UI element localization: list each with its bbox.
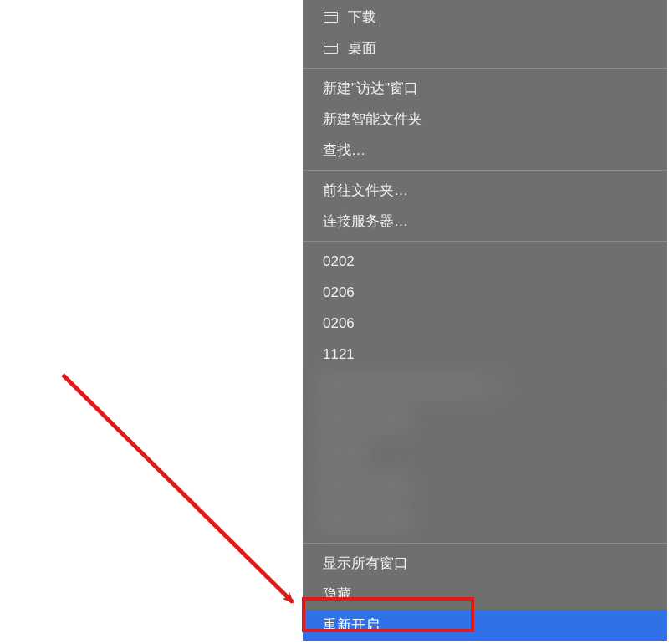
menu-item-show-all-windows[interactable]: 显示所有窗口 [303,548,667,579]
menu-item-goto-folder[interactable]: 前往文件夹… [303,175,667,206]
svg-line-0 [63,375,293,602]
menu-item-label: 隐藏 [323,585,351,604]
menu-item-recent-0206[interactable]: 0206 [303,277,667,308]
menu-item-label: 0202 [323,253,355,270]
menu-item-label: 1121 [323,346,355,363]
window-icon [323,42,339,54]
menu-separator [303,68,667,69]
menu-item-label: 前往文件夹… [323,181,408,200]
menu-item-hide[interactable]: 隐藏 [303,579,667,610]
finder-dock-context-menu[interactable]: 下载 桌面 新建"访达"窗口 新建智能文件夹 查找… 前往文件夹… 连接服务器…… [303,0,667,641]
menu-item-label: 显示所有窗口 [323,554,408,573]
menu-item-label: 新建智能文件夹 [323,110,422,129]
menu-separator [303,170,667,171]
menu-item-connect-server[interactable]: 连接服务器… [303,206,667,237]
window-icon [323,11,339,23]
menu-item-desktop[interactable]: 桌面 [303,33,667,64]
redacted-recent-items [303,370,667,539]
menu-separator [303,241,667,242]
menu-item-label: 0206 [323,284,355,301]
menu-item-new-smart-folder[interactable]: 新建智能文件夹 [303,104,667,135]
menu-item-recent-1121[interactable]: 1121 [303,339,667,370]
menu-item-downloads[interactable]: 下载 [303,2,667,33]
menu-item-label: 新建"访达"窗口 [323,79,418,98]
menu-item-relaunch[interactable]: 重新开启 [303,610,667,641]
menu-item-find[interactable]: 查找… [303,135,667,166]
menu-item-recent-0202[interactable]: 0202 [303,246,667,277]
menu-item-label: 桌面 [348,38,376,58]
menu-item-label: 查找… [323,141,365,160]
menu-item-label: 连接服务器… [323,212,408,231]
menu-item-new-finder-window[interactable]: 新建"访达"窗口 [303,73,667,104]
menu-item-label: 下载 [348,8,376,27]
menu-item-recent-0206-2[interactable]: 0206 [303,308,667,339]
menu-item-label: 重新开启 [323,616,380,635]
menu-separator [303,543,667,544]
menu-item-label: 0206 [323,315,355,332]
